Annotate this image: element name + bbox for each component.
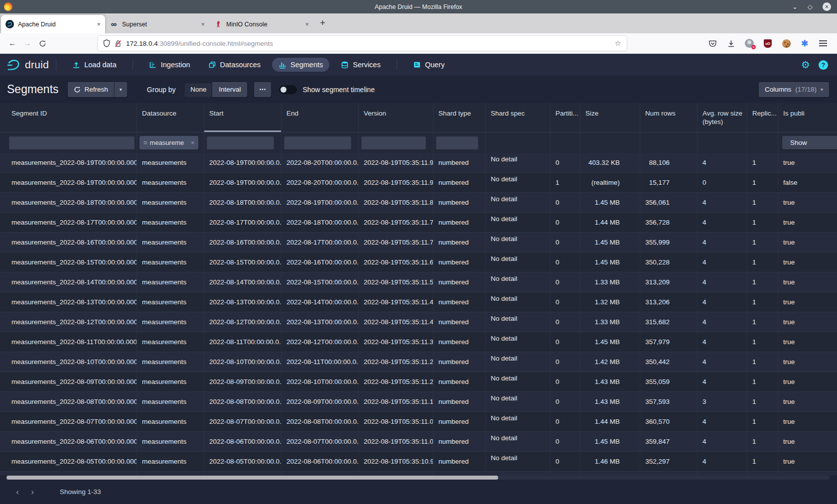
cell-datasource: measurements <box>137 173 204 192</box>
table-row[interactable]: measurements_2022-08-19T00:00:00.000Z...… <box>0 173 837 193</box>
cell-segment_id: measurements_2022-08-05T00:00:00.000Z... <box>6 452 137 471</box>
refresh-options-button[interactable]: ▾ <box>114 82 127 97</box>
table-row[interactable]: measurements_2022-08-15T00:00:00.000Z...… <box>0 252 837 272</box>
shield-icon[interactable] <box>103 39 110 47</box>
table-row[interactable]: measurements_2022-08-18T00:00:00.000Z...… <box>0 193 837 213</box>
pocket-icon[interactable] <box>707 38 717 48</box>
url-bar[interactable]: 172.18.0.4:30899/unified-console.html#se… <box>98 36 627 51</box>
table-row[interactable]: measurements_2022-08-07T00:00:00.000Z...… <box>0 412 837 432</box>
column-header-start[interactable]: Start <box>204 103 281 132</box>
column-header-version[interactable]: Version <box>359 103 433 132</box>
nav-item-query[interactable]: Query <box>407 58 451 72</box>
nav-item-datasources[interactable]: Datasources <box>202 58 267 72</box>
nav-item-load-data[interactable]: Load data <box>66 58 123 72</box>
cell-shard_type: numbered <box>433 312 486 332</box>
column-header-avg_row_size[interactable]: Avg. row size (bytes) <box>698 103 747 132</box>
menu-hamburger-icon[interactable] <box>818 38 828 48</box>
table-row-partial[interactable]: No detail <box>0 472 837 476</box>
cell-shard_spec: No detail <box>486 312 551 332</box>
tab-close-icon[interactable]: × <box>198 20 205 28</box>
column-header-is_published[interactable]: Is publi <box>778 103 837 132</box>
remove-filter-icon[interactable]: × <box>187 139 198 146</box>
window-minimize-button[interactable]: ⌄ <box>792 3 798 10</box>
table-row[interactable]: measurements_2022-08-11T00:00:00.000Z...… <box>0 332 837 352</box>
help-icon[interactable]: ? <box>819 60 828 70</box>
column-header-shard_spec[interactable]: Shard spec <box>486 103 551 132</box>
cell-is_published: true <box>778 452 837 471</box>
refresh-button[interactable]: Refresh <box>68 82 114 97</box>
table-row[interactable]: measurements_2022-08-19T00:00:00.000Z...… <box>0 153 837 173</box>
column-header-num_rows[interactable]: Num rows <box>640 103 698 132</box>
tab-superset[interactable]: ∞ Superset × <box>105 15 209 33</box>
cell-segment_id: measurements_2022-08-14T00:00:00.000Z... <box>6 272 137 292</box>
more-options-button[interactable]: ••• <box>254 82 271 97</box>
bookmark-star-icon[interactable]: ☆ <box>615 39 621 48</box>
table-row[interactable]: measurements_2022-08-09T00:00:00.000Z...… <box>0 372 837 392</box>
columns-selector-button[interactable]: Columns (17/18) ▾ <box>759 82 829 97</box>
column-header-segment_id[interactable]: Segment ID <box>6 103 137 132</box>
column-header-datasource[interactable]: Datasource <box>137 103 204 132</box>
settings-gear-icon[interactable]: ⚙ <box>801 60 810 70</box>
downloads-icon[interactable] <box>726 38 736 48</box>
column-header-size[interactable]: Size <box>580 103 640 132</box>
new-tab-button[interactable]: + <box>313 17 332 28</box>
cell-is_published: true <box>778 392 837 411</box>
cell-start: 2022-08-19T00:00:00.0... <box>204 153 281 172</box>
back-button[interactable]: ← <box>5 39 20 48</box>
extension-asterisk-icon[interactable]: ✱ <box>800 38 810 48</box>
reload-button[interactable] <box>35 40 50 47</box>
table-row[interactable]: measurements_2022-08-14T00:00:00.000Z...… <box>0 272 837 292</box>
filter-input-end[interactable] <box>284 136 351 149</box>
table-row[interactable]: measurements_2022-08-08T00:00:00.000Z...… <box>0 392 837 412</box>
cell-shard_spec: No detail <box>486 213 551 232</box>
table-row[interactable]: measurements_2022-08-17T00:00:00.000Z...… <box>0 213 837 233</box>
forward-button[interactable]: → <box>20 39 35 48</box>
cookie-extension-icon[interactable] <box>781 38 791 48</box>
cell-num_rows: 88,106 <box>640 153 698 172</box>
table-row[interactable]: measurements_2022-08-05T00:00:00.000Z...… <box>0 452 837 472</box>
window-close-button[interactable]: ✕ <box>823 2 831 11</box>
column-header-shard_type[interactable]: Shard type <box>433 103 486 132</box>
nav-item-services[interactable]: Services <box>334 58 387 72</box>
cell-shard_type: numbered <box>433 452 486 471</box>
segment-timeline-toggle[interactable] <box>279 85 297 94</box>
tab-minio-console[interactable]: MinIO Console × <box>209 15 313 33</box>
cell-start: 2022-08-14T00:00:00.0... <box>204 272 281 292</box>
tab-close-icon[interactable]: × <box>302 20 309 28</box>
filter-input-shard_type[interactable] <box>436 136 478 149</box>
table-row[interactable]: measurements_2022-08-13T00:00:00.000Z...… <box>0 292 837 312</box>
ublock-origin-icon[interactable]: uO <box>763 38 773 48</box>
table-row[interactable]: measurements_2022-08-10T00:00:00.000Z...… <box>0 352 837 372</box>
filter-input-start[interactable] <box>207 136 274 149</box>
table-row[interactable]: measurements_2022-08-12T00:00:00.000Z...… <box>0 312 837 332</box>
scrollbar-thumb[interactable] <box>6 476 498 480</box>
table-row[interactable]: measurements_2022-08-16T00:00:00.000Z...… <box>0 233 837 252</box>
column-header-replication[interactable]: Replic... <box>747 103 778 132</box>
filter-cell-shard_type <box>433 132 486 153</box>
cell-replication: 1 <box>747 272 778 292</box>
chevron-down-icon: ▾ <box>120 87 122 92</box>
cell-num_rows: 315,682 <box>640 312 698 332</box>
cell-avg_row_size: 4 <box>698 153 747 172</box>
group-by-interval-button[interactable]: Interval <box>212 82 247 97</box>
insecure-lock-icon[interactable] <box>115 40 122 47</box>
column-header-partition[interactable]: Partiti... <box>551 103 580 132</box>
is-published-show-filter-button[interactable]: Show <box>782 136 837 149</box>
next-page-button[interactable]: › <box>25 487 40 497</box>
filter-input-version[interactable] <box>361 136 426 149</box>
group-by-none-button[interactable]: None <box>184 82 212 97</box>
druid-logo[interactable]: druid <box>0 59 49 71</box>
column-header-end[interactable]: End <box>281 103 359 132</box>
nav-item-ingestion[interactable]: Ingestion <box>142 58 197 72</box>
cell-partition: 0 <box>551 372 580 391</box>
tab-apache-druid[interactable]: Apache Druid × <box>1 15 105 33</box>
nav-item-segments[interactable]: Segments <box>272 58 329 72</box>
filter-input-segment_id[interactable] <box>9 136 135 149</box>
window-maximize-button[interactable]: ◇ <box>808 3 813 10</box>
previous-page-button[interactable]: ‹ <box>10 487 25 497</box>
extension-disabled-icon[interactable]: × <box>744 38 754 48</box>
tab-label: Superset <box>122 21 198 28</box>
datasource-filter-tag[interactable]: =measureme× <box>140 136 198 149</box>
tab-close-icon[interactable]: × <box>94 20 101 28</box>
table-row[interactable]: measurements_2022-08-06T00:00:00.000Z...… <box>0 432 837 452</box>
